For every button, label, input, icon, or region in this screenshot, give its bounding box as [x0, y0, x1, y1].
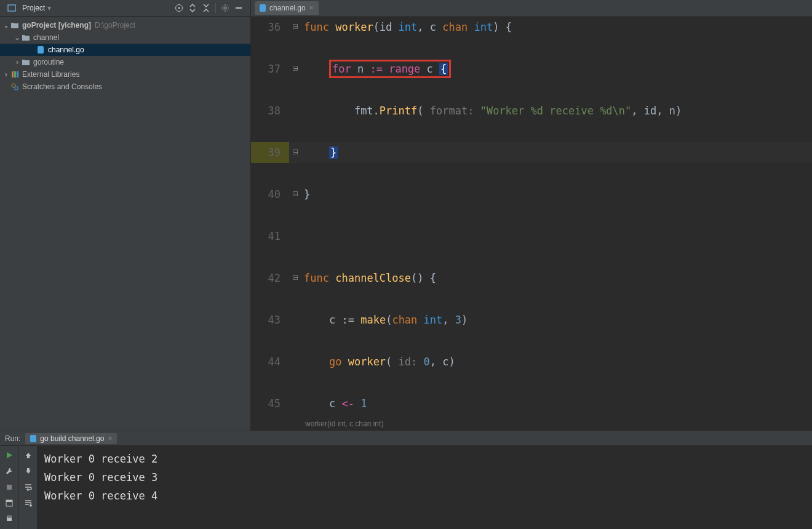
- svg-rect-9: [15, 87, 18, 90]
- project-tool-window: Project ▾ ⌄ goProject [yicheng] D:\goPro…: [0, 0, 251, 431]
- down-arrow-icon[interactable]: [23, 466, 34, 477]
- target-icon[interactable]: [173, 2, 185, 14]
- svg-rect-10: [7, 485, 12, 490]
- soft-wrap-icon[interactable]: [23, 482, 34, 493]
- svg-rect-14: [7, 516, 11, 518]
- chevron-right-icon: ›: [2, 70, 10, 79]
- tree-folder-channel[interactable]: ⌄ channel: [0, 31, 250, 44]
- libraries-icon: [10, 71, 20, 78]
- tree-project-root[interactable]: ⌄ goProject [yicheng] D:\goProject: [0, 19, 250, 31]
- layout-icon[interactable]: [4, 498, 15, 509]
- collapse-all-icon[interactable]: [200, 2, 212, 14]
- scroll-to-end-icon[interactable]: [23, 498, 34, 509]
- code-editor[interactable]: 36func worker(id int, c chan int) { 37 f…: [251, 17, 812, 417]
- tree-scratches[interactable]: Scratches and Consoles: [0, 81, 250, 93]
- go-file-icon: [260, 4, 266, 12]
- close-icon[interactable]: ×: [108, 434, 112, 443]
- folder-icon: [10, 22, 20, 28]
- chevron-down-icon: ⌄: [14, 33, 21, 42]
- run-header: Run: go build channel.go ×: [0, 431, 812, 446]
- svg-rect-7: [17, 71, 18, 78]
- expand-all-icon[interactable]: [186, 2, 199, 14]
- stop-icon[interactable]: [4, 482, 15, 493]
- svg-rect-6: [14, 71, 16, 78]
- fold-icon[interactable]: [293, 275, 298, 280]
- fold-icon[interactable]: [293, 149, 298, 154]
- print-icon[interactable]: [4, 514, 15, 525]
- close-icon[interactable]: ×: [309, 4, 314, 12]
- editor-area: channel.go × 36func worker(id int, c cha…: [251, 0, 812, 431]
- project-dropdown[interactable]: Project ▾: [18, 2, 55, 14]
- tree-file-channel-go[interactable]: channel.go: [0, 44, 250, 56]
- fold-icon[interactable]: [293, 24, 298, 29]
- folder-icon: [21, 59, 31, 65]
- wrench-icon[interactable]: [4, 466, 15, 477]
- console-output[interactable]: Worker 0 receive 2Worker 0 receive 3Work…: [37, 446, 812, 529]
- fold-icon[interactable]: [293, 66, 298, 71]
- svg-rect-0: [8, 5, 15, 11]
- svg-point-2: [178, 7, 180, 9]
- tree-folder-goroutine[interactable]: › goroutine: [0, 56, 250, 68]
- run-label: Run:: [5, 434, 20, 443]
- breadcrumb[interactable]: worker(id int, c chan int): [251, 417, 812, 431]
- tree-external-libraries[interactable]: › External Libraries: [0, 68, 250, 81]
- hide-panel-icon[interactable]: [233, 2, 245, 14]
- go-file-icon: [36, 46, 46, 54]
- editor-tab-row: channel.go ×: [251, 0, 812, 17]
- gear-icon[interactable]: [219, 2, 231, 14]
- run-toolbar-inner: [18, 446, 37, 529]
- project-tree: ⌄ goProject [yicheng] D:\goProject ⌄ cha…: [0, 17, 250, 431]
- project-header: Project ▾: [0, 0, 250, 17]
- rerun-icon[interactable]: [4, 450, 15, 461]
- go-file-icon: [30, 435, 36, 442]
- svg-rect-13: [7, 518, 12, 521]
- scratches-icon: [10, 83, 20, 90]
- project-view-icon: [6, 2, 18, 14]
- folder-icon: [21, 34, 31, 41]
- up-arrow-icon[interactable]: [23, 450, 34, 461]
- tab-channel-go[interactable]: channel.go ×: [255, 1, 319, 15]
- svg-rect-12: [6, 500, 12, 502]
- svg-rect-5: [12, 71, 14, 78]
- svg-rect-4: [236, 7, 242, 9]
- chevron-down-icon: ⌄: [2, 21, 10, 30]
- chevron-right-icon: ›: [14, 58, 21, 66]
- svg-point-3: [224, 7, 226, 9]
- run-tool-window: Run: go build channel.go × Worker 0 rece…: [0, 431, 812, 529]
- fold-icon[interactable]: [293, 191, 298, 196]
- run-toolbar-left: [0, 446, 18, 529]
- run-tab[interactable]: go build channel.go ×: [25, 433, 117, 444]
